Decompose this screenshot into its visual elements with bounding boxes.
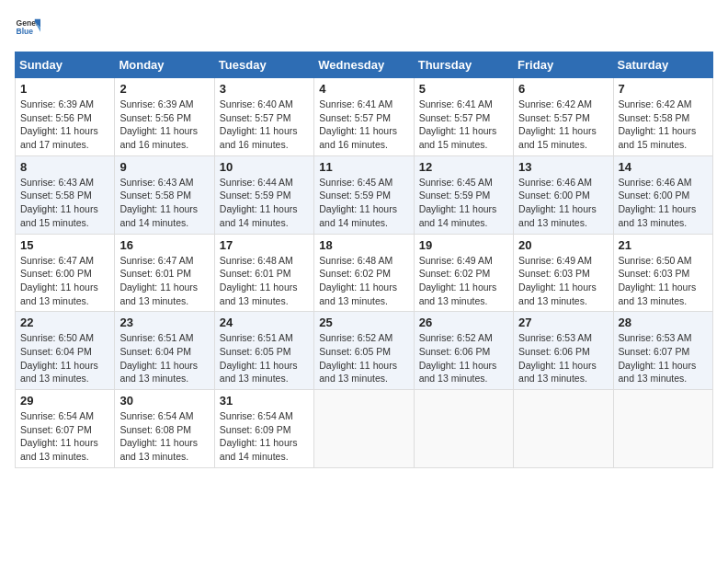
day-info: Sunrise: 6:47 AM Sunset: 6:01 PM Dayligh… [119,254,209,308]
calendar-cell: 2Sunrise: 6:39 AM Sunset: 5:56 PM Daylig… [115,78,214,156]
day-info: Sunrise: 6:53 AM Sunset: 6:07 PM Dayligh… [619,331,708,385]
day-info: Sunrise: 6:52 AM Sunset: 6:05 PM Dayligh… [319,331,408,385]
day-number: 5 [419,82,508,96]
day-number: 19 [419,238,508,252]
calendar-cell: 9Sunrise: 6:43 AM Sunset: 5:58 PM Daylig… [115,155,214,234]
calendar-cell [414,390,513,468]
day-info: Sunrise: 6:45 AM Sunset: 5:59 PM Dayligh… [319,176,408,230]
calendar-cell: 4Sunrise: 6:41 AM Sunset: 5:57 PM Daylig… [314,78,414,156]
calendar-cell: 10Sunrise: 6:44 AM Sunset: 5:59 PM Dayli… [214,155,313,234]
day-number: 9 [119,160,209,174]
day-info: Sunrise: 6:44 AM Sunset: 5:59 PM Dayligh… [220,176,309,230]
weekday-header-saturday: Saturday [613,52,712,78]
day-number: 13 [518,160,608,174]
calendar-week-4: 22Sunrise: 6:50 AM Sunset: 6:04 PM Dayli… [16,312,713,390]
day-info: Sunrise: 6:54 AM Sunset: 6:07 PM Dayligh… [20,409,109,464]
calendar-week-1: 1Sunrise: 6:39 AM Sunset: 5:56 PM Daylig… [16,78,713,156]
calendar-week-5: 29Sunrise: 6:54 AM Sunset: 6:07 PM Dayli… [16,390,713,468]
day-info: Sunrise: 6:41 AM Sunset: 5:57 PM Dayligh… [319,98,408,152]
calendar-cell [314,390,414,468]
calendar-cell: 25Sunrise: 6:52 AM Sunset: 6:05 PM Dayli… [314,312,414,390]
calendar-cell: 19Sunrise: 6:49 AM Sunset: 6:02 PM Dayli… [414,234,513,312]
logo-icon: General Blue [15,15,40,40]
calendar-cell: 16Sunrise: 6:47 AM Sunset: 6:01 PM Dayli… [115,234,214,312]
calendar-cell: 17Sunrise: 6:48 AM Sunset: 6:01 PM Dayli… [214,234,313,312]
day-number: 28 [619,316,708,329]
calendar-cell: 21Sunrise: 6:50 AM Sunset: 6:03 PM Dayli… [613,234,712,312]
calendar-cell: 5Sunrise: 6:41 AM Sunset: 5:57 PM Daylig… [414,78,513,156]
weekday-header-thursday: Thursday [414,52,513,78]
calendar-cell: 7Sunrise: 6:42 AM Sunset: 5:58 PM Daylig… [613,78,712,156]
day-number: 12 [419,160,508,174]
day-info: Sunrise: 6:47 AM Sunset: 6:00 PM Dayligh… [20,254,109,308]
day-info: Sunrise: 6:46 AM Sunset: 6:00 PM Dayligh… [619,176,708,230]
day-number: 8 [20,160,109,174]
calendar-cell: 20Sunrise: 6:49 AM Sunset: 6:03 PM Dayli… [514,234,613,312]
day-info: Sunrise: 6:51 AM Sunset: 6:04 PM Dayligh… [119,331,209,385]
day-number: 17 [220,238,309,252]
calendar-cell: 31Sunrise: 6:54 AM Sunset: 6:09 PM Dayli… [214,390,313,468]
day-info: Sunrise: 6:52 AM Sunset: 6:06 PM Dayligh… [419,331,508,385]
calendar-cell: 13Sunrise: 6:46 AM Sunset: 6:00 PM Dayli… [514,155,613,234]
page-header: General Blue [15,15,713,40]
logo: General Blue [15,15,40,40]
weekday-header-sunday: Sunday [16,52,115,78]
day-info: Sunrise: 6:43 AM Sunset: 5:58 PM Dayligh… [119,176,209,230]
day-number: 4 [319,82,408,96]
day-number: 7 [619,82,708,96]
day-number: 20 [518,238,608,252]
day-number: 29 [20,394,109,408]
day-number: 23 [119,316,209,329]
day-number: 31 [220,394,309,408]
day-number: 11 [319,160,408,174]
day-number: 18 [319,238,408,252]
day-number: 26 [419,316,508,329]
calendar-cell: 12Sunrise: 6:45 AM Sunset: 5:59 PM Dayli… [414,155,513,234]
calendar-week-3: 15Sunrise: 6:47 AM Sunset: 6:00 PM Dayli… [16,234,713,312]
day-info: Sunrise: 6:54 AM Sunset: 6:08 PM Dayligh… [119,409,209,464]
calendar-cell: 14Sunrise: 6:46 AM Sunset: 6:00 PM Dayli… [613,155,712,234]
day-info: Sunrise: 6:49 AM Sunset: 6:03 PM Dayligh… [518,254,608,308]
calendar-cell [613,390,712,468]
day-info: Sunrise: 6:40 AM Sunset: 5:57 PM Dayligh… [220,98,309,152]
svg-text:Blue: Blue [17,27,34,36]
day-number: 24 [220,316,309,329]
day-number: 30 [119,394,209,408]
calendar-cell: 11Sunrise: 6:45 AM Sunset: 5:59 PM Dayli… [314,155,414,234]
day-number: 21 [619,238,708,252]
weekday-header-wednesday: Wednesday [314,52,414,78]
weekday-header-friday: Friday [514,52,613,78]
day-info: Sunrise: 6:43 AM Sunset: 5:58 PM Dayligh… [20,176,109,230]
calendar-cell: 27Sunrise: 6:53 AM Sunset: 6:06 PM Dayli… [514,312,613,390]
day-info: Sunrise: 6:49 AM Sunset: 6:02 PM Dayligh… [419,254,508,308]
calendar-week-2: 8Sunrise: 6:43 AM Sunset: 5:58 PM Daylig… [16,155,713,234]
day-number: 14 [619,160,708,174]
calendar-cell: 15Sunrise: 6:47 AM Sunset: 6:00 PM Dayli… [16,234,115,312]
day-info: Sunrise: 6:48 AM Sunset: 6:01 PM Dayligh… [220,254,309,308]
day-info: Sunrise: 6:53 AM Sunset: 6:06 PM Dayligh… [518,331,608,385]
day-number: 2 [119,82,209,96]
calendar-cell [514,390,613,468]
day-info: Sunrise: 6:51 AM Sunset: 6:05 PM Dayligh… [220,331,309,385]
day-info: Sunrise: 6:48 AM Sunset: 6:02 PM Dayligh… [319,254,408,308]
day-number: 15 [20,238,109,252]
day-info: Sunrise: 6:45 AM Sunset: 5:59 PM Dayligh… [419,176,508,230]
calendar-cell: 23Sunrise: 6:51 AM Sunset: 6:04 PM Dayli… [115,312,214,390]
calendar-cell: 22Sunrise: 6:50 AM Sunset: 6:04 PM Dayli… [16,312,115,390]
day-info: Sunrise: 6:54 AM Sunset: 6:09 PM Dayligh… [220,409,309,464]
day-number: 1 [20,82,109,96]
calendar-cell: 6Sunrise: 6:42 AM Sunset: 5:57 PM Daylig… [514,78,613,156]
day-info: Sunrise: 6:46 AM Sunset: 6:00 PM Dayligh… [518,176,608,230]
day-info: Sunrise: 6:41 AM Sunset: 5:57 PM Dayligh… [419,98,508,152]
day-number: 6 [518,82,608,96]
day-number: 27 [518,316,608,329]
calendar-table: SundayMondayTuesdayWednesdayThursdayFrid… [15,52,713,468]
day-info: Sunrise: 6:50 AM Sunset: 6:04 PM Dayligh… [20,331,109,385]
calendar-cell: 30Sunrise: 6:54 AM Sunset: 6:08 PM Dayli… [115,390,214,468]
calendar-cell: 8Sunrise: 6:43 AM Sunset: 5:58 PM Daylig… [16,155,115,234]
day-info: Sunrise: 6:42 AM Sunset: 5:58 PM Dayligh… [619,98,708,152]
day-info: Sunrise: 6:42 AM Sunset: 5:57 PM Dayligh… [518,98,608,152]
calendar-cell: 18Sunrise: 6:48 AM Sunset: 6:02 PM Dayli… [314,234,414,312]
calendar-cell: 26Sunrise: 6:52 AM Sunset: 6:06 PM Dayli… [414,312,513,390]
day-number: 10 [220,160,309,174]
